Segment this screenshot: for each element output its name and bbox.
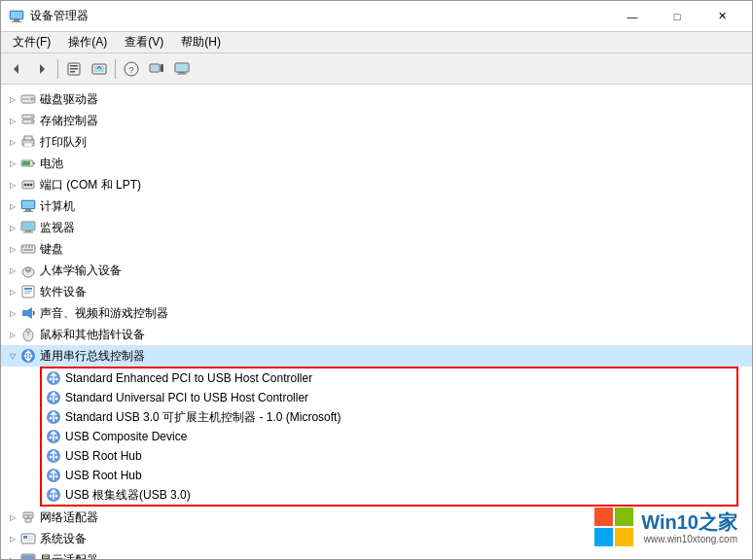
disk-icon xyxy=(20,91,36,107)
back-icon xyxy=(10,62,23,76)
usb-child-6[interactable]: USB 根集线器(USB 3.0) xyxy=(42,485,736,505)
monitor-button[interactable] xyxy=(170,57,194,81)
usb-child-2[interactable]: Standard USB 3.0 可扩展主机控制器 - 1.0 (Microso… xyxy=(42,407,736,427)
tree-item-network[interactable]: ▷ 网络适配器 xyxy=(1,507,752,528)
usb-child-5[interactable]: USB Root Hub xyxy=(42,466,736,485)
tree-item-monitor[interactable]: ▷ 监视器 xyxy=(1,217,752,238)
expand-hid[interactable]: ▷ xyxy=(5,262,20,278)
window-title: 设备管理器 xyxy=(30,8,89,24)
expand-audio[interactable]: ▷ xyxy=(5,305,20,321)
mouse-icon xyxy=(20,327,36,342)
tree-item-storage[interactable]: ▷ 存储控制器 xyxy=(1,110,752,131)
device-tree[interactable]: ▷ 磁盘驱动器 ▷ 存储控制器 ▷ 打印队列 xyxy=(1,85,752,559)
expand-port[interactable]: ▷ xyxy=(5,177,20,192)
tree-label-storage: 存储控制器 xyxy=(40,113,98,129)
usb-child-label-6: USB 根集线器(USB 3.0) xyxy=(65,487,191,504)
svg-rect-56 xyxy=(24,288,32,290)
help-button[interactable]: ? xyxy=(120,57,143,81)
monitor-tree-icon xyxy=(20,220,36,235)
network-icon xyxy=(20,509,36,525)
expand-software[interactable]: ▷ xyxy=(5,284,20,299)
close-button[interactable]: ✕ xyxy=(699,1,744,32)
port-icon xyxy=(20,177,36,192)
maximize-button[interactable]: □ xyxy=(655,1,699,32)
svg-rect-1 xyxy=(14,19,19,21)
svg-point-69 xyxy=(55,378,58,381)
svg-point-74 xyxy=(50,417,53,420)
tree-item-mouse[interactable]: ▷ 鼠标和其他指针设备 xyxy=(1,324,752,345)
menu-view[interactable]: 查看(V) xyxy=(117,32,171,52)
tree-label-audio: 声音、视频和游戏控制器 xyxy=(40,305,168,322)
tree-item-computer[interactable]: ▷ 计算机 xyxy=(1,195,752,217)
minimize-button[interactable]: — xyxy=(610,1,655,32)
scan-button[interactable] xyxy=(145,57,168,81)
display-icon xyxy=(20,552,36,559)
expand-battery[interactable]: ▷ xyxy=(5,156,20,171)
expand-storage[interactable]: ▷ xyxy=(5,113,20,128)
svg-rect-8 xyxy=(70,68,78,70)
tree-item-port[interactable]: ▷ 端口 (COM 和 LPT) xyxy=(1,174,752,195)
expand-network[interactable]: ▷ xyxy=(5,509,20,525)
expand-disk[interactable]: ▷ xyxy=(5,91,20,107)
svg-rect-44 xyxy=(25,230,31,232)
tree-item-keyboard[interactable]: ▷ 键盘 xyxy=(1,238,752,260)
usb-device-icon-3 xyxy=(46,429,61,444)
menu-action[interactable]: 操作(A) xyxy=(60,32,115,52)
usb-child-4[interactable]: USB Root Hub xyxy=(42,446,736,466)
usb-device-icon-5 xyxy=(46,468,61,483)
properties-button[interactable] xyxy=(62,57,86,81)
tree-item-display[interactable]: ▷ 显示适配器 xyxy=(1,549,752,559)
svg-rect-23 xyxy=(22,98,29,100)
tree-item-battery[interactable]: ▷ 电池 xyxy=(1,153,752,174)
tree-item-audio[interactable]: ▷ 声音、视频和游戏控制器 xyxy=(1,302,752,324)
svg-rect-96 xyxy=(28,538,33,539)
expand-computer[interactable]: ▷ xyxy=(5,198,20,214)
usb-child-3[interactable]: USB Composite Device xyxy=(42,427,736,446)
update-driver-button[interactable] xyxy=(88,57,111,81)
tree-item-software[interactable]: ▷ 软件设备 xyxy=(1,281,752,302)
svg-rect-39 xyxy=(22,201,34,208)
tree-label-mouse: 鼠标和其他指针设备 xyxy=(40,327,145,343)
tree-item-printer[interactable]: ▷ 打印队列 xyxy=(1,131,752,153)
svg-point-83 xyxy=(50,475,53,478)
tree-item-disk[interactable]: ▷ 磁盘驱动器 xyxy=(1,88,752,110)
svg-point-22 xyxy=(30,97,34,101)
expand-monitor[interactable]: ▷ xyxy=(5,220,20,235)
expand-mouse[interactable]: ▷ xyxy=(5,327,20,342)
tree-item-usb[interactable]: ▽ 通用串行总线控制器 xyxy=(1,345,752,367)
svg-rect-30 xyxy=(24,143,32,147)
svg-rect-51 xyxy=(23,249,33,251)
menu-help[interactable]: 帮助(H) xyxy=(173,32,229,52)
svg-rect-49 xyxy=(28,246,30,248)
svg-rect-95 xyxy=(28,536,33,537)
tree-item-system[interactable]: ▷ 系统设备 xyxy=(1,528,752,549)
expand-usb[interactable]: ▽ xyxy=(5,348,20,364)
svg-text:?: ? xyxy=(129,65,134,75)
system-icon xyxy=(20,531,36,546)
svg-rect-2 xyxy=(12,21,21,22)
hid-icon xyxy=(20,262,36,278)
menu-bar: 文件(F) 操作(A) 查看(V) 帮助(H) xyxy=(1,32,752,53)
svg-point-26 xyxy=(31,116,33,118)
expand-system[interactable]: ▷ xyxy=(5,531,20,546)
tree-label-monitor: 监视器 xyxy=(40,220,75,236)
usb-child-label-1: Standard Universal PCI to USB Host Contr… xyxy=(65,391,308,404)
tree-item-hid[interactable]: ▷ 人体学输入设备 xyxy=(1,260,752,281)
expand-display[interactable]: ▷ xyxy=(5,552,20,559)
svg-rect-16 xyxy=(161,64,163,72)
monitor-icon xyxy=(174,61,190,77)
svg-rect-20 xyxy=(177,73,187,74)
back-button[interactable] xyxy=(5,57,28,81)
device-manager-window: 设备管理器 — □ ✕ 文件(F) 操作(A) 查看(V) 帮助(H) xyxy=(0,0,753,560)
menu-file[interactable]: 文件(F) xyxy=(5,32,58,52)
usb-child-0[interactable]: Standard Enhanced PCI to USB Host Contro… xyxy=(42,368,736,388)
svg-point-71 xyxy=(50,398,53,401)
expand-keyboard[interactable]: ▷ xyxy=(5,241,20,257)
expand-printer[interactable]: ▷ xyxy=(5,134,20,150)
forward-button[interactable] xyxy=(30,57,54,81)
svg-point-84 xyxy=(55,475,58,478)
svg-point-78 xyxy=(55,437,58,439)
tree-label-printer: 打印队列 xyxy=(40,134,87,151)
svg-rect-57 xyxy=(24,291,32,292)
usb-child-1[interactable]: Standard Universal PCI to USB Host Contr… xyxy=(42,388,736,407)
